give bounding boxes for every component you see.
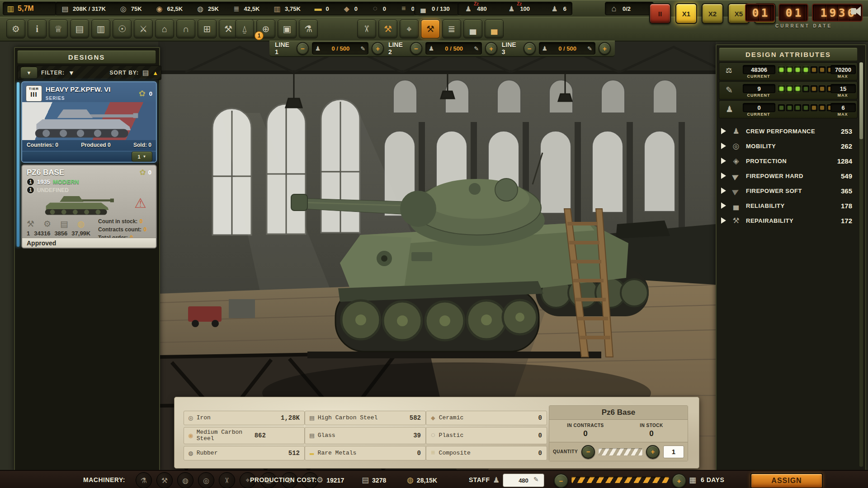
quantity-decrease-button[interactable]: − — [581, 445, 595, 459]
assign-button[interactable]: ASSIGN — [750, 473, 823, 488]
variant-parts-icon — [43, 219, 51, 229]
engine-design-button[interactable] — [442, 19, 461, 38]
pause-button[interactable]: II — [649, 3, 671, 24]
machine-welder-icon[interactable] — [136, 472, 152, 488]
expand-arrow-icon[interactable] — [721, 158, 726, 164]
contracts-button[interactable] — [278, 19, 297, 38]
composite-material-icon — [431, 449, 435, 457]
idle-workers-value: 480 — [477, 5, 487, 12]
line-2-increase-button[interactable]: + — [485, 42, 497, 55]
led-indicator — [811, 104, 817, 111]
settings-button[interactable] — [6, 19, 25, 38]
attributes-scrollbar[interactable] — [859, 62, 863, 467]
line-1-increase-button[interactable]: + — [372, 42, 384, 55]
production-button[interactable] — [421, 19, 440, 38]
series-tag: SERIES — [46, 96, 65, 101]
line-3-edit-icon[interactable] — [587, 45, 592, 52]
crew-current-label: CURRENT — [743, 112, 774, 117]
tank-icon — [418, 5, 428, 13]
firepower-soft-icon — [730, 186, 742, 196]
weight-current-value: 48306 — [743, 65, 775, 74]
factory-button[interactable] — [235, 19, 254, 38]
sort-list-icon[interactable] — [142, 69, 149, 77]
expand-arrow-icon[interactable] — [721, 202, 726, 209]
notifications-speaker-icon[interactable] — [851, 6, 861, 16]
money-cost-value: 28,15K — [417, 477, 437, 484]
tank-designer-button[interactable] — [463, 19, 482, 38]
series-variant-dropdown[interactable]: 1▼ — [132, 151, 152, 162]
led-indicator — [778, 85, 785, 92]
line-3-increase-button[interactable]: + — [599, 42, 611, 55]
design-warning-icon[interactable] — [134, 195, 146, 211]
battles-button[interactable] — [134, 19, 153, 38]
led-indicator — [794, 66, 801, 73]
variant-tank-thumbnail — [40, 192, 122, 220]
ceramic-icon — [431, 413, 435, 422]
attribute-row-protection[interactable]: PROTECTION 1284 — [721, 154, 852, 168]
steel-ingots-icon — [60, 5, 70, 13]
intelligence-button[interactable] — [113, 19, 132, 38]
repairability-icon — [730, 216, 742, 225]
staff-edit-icon[interactable] — [533, 476, 539, 483]
expand-arrow-icon[interactable] — [721, 173, 726, 179]
attributes-scrollbar-thumb[interactable] — [859, 62, 863, 139]
speed-x2-button[interactable]: X2 — [702, 3, 723, 24]
rare-metals-value: 0 — [417, 450, 421, 457]
staff-summary: 480 100 6 — [458, 2, 572, 15]
design-series-card[interactable]: TIER III HEAVY PZ.KPFW. VI SERIES 0 — [21, 81, 157, 163]
firepower-soft-value: 365 — [841, 187, 852, 195]
staff-decrease-button[interactable]: − — [554, 474, 568, 488]
machine-cutter-icon[interactable] — [219, 472, 235, 488]
glass-value: 39 — [413, 432, 421, 439]
vault-button[interactable] — [198, 19, 217, 38]
world-map-button[interactable]: 1 — [256, 19, 275, 38]
machine-grinder-icon[interactable] — [177, 472, 193, 488]
tank-upgrade-button[interactable] — [485, 19, 504, 38]
achievements-button[interactable] — [49, 19, 68, 38]
design-variant-card[interactable]: PZ6 BASE 0 1 1935 MODERN 1 UNDEFINED — [21, 164, 157, 249]
line-1-decrease-button[interactable]: − — [297, 42, 309, 55]
quantity-increase-button[interactable]: + — [646, 445, 660, 459]
news-button[interactable] — [70, 19, 89, 38]
speed-x1-button[interactable]: X1 — [675, 3, 697, 24]
line-2-edit-icon[interactable] — [474, 45, 479, 52]
date-display: 01 01 1936 CURRENT DATE — [745, 4, 863, 28]
line-2-decrease-button[interactable]: − — [410, 42, 422, 55]
designs-collapse-button[interactable]: ▼ — [20, 67, 38, 79]
attribute-row-repairability[interactable]: REPAIRABILITY 172 — [721, 214, 852, 227]
city-button[interactable] — [155, 19, 174, 38]
line-3-staff-value: 0 / 500 — [550, 45, 585, 52]
drafting-button[interactable] — [400, 19, 419, 38]
warehouse-button[interactable] — [176, 19, 195, 38]
quantity-value[interactable]: 1 — [663, 446, 684, 458]
staff-slider[interactable] — [571, 477, 669, 483]
machine-fuel-pump-icon[interactable] — [198, 472, 214, 488]
sort-direction-icon[interactable]: ▲ — [152, 70, 158, 76]
line-1-edit-icon[interactable] — [360, 45, 365, 52]
info-button[interactable] — [28, 19, 47, 38]
line-3-decrease-button[interactable]: − — [524, 42, 536, 55]
composite-icon — [399, 5, 409, 13]
repair-button[interactable] — [378, 19, 397, 38]
research-button[interactable] — [299, 19, 318, 38]
reports-button[interactable] — [91, 19, 110, 38]
expand-arrow-icon[interactable] — [721, 188, 726, 194]
filter-funnel-icon[interactable] — [68, 69, 75, 76]
filter-label: FILTER: — [41, 70, 65, 76]
tools-button[interactable] — [357, 19, 376, 38]
attribute-row-mobility[interactable]: MOBILITY 262 — [721, 139, 852, 153]
machine-bender-icon[interactable] — [156, 472, 173, 488]
led-indicator — [794, 85, 801, 92]
date-day: 01 — [745, 4, 775, 22]
designs-filter-row: ▼ FILTER: SORT BY: ▲ — [17, 66, 161, 80]
expand-arrow-icon[interactable] — [721, 143, 726, 149]
expand-arrow-icon[interactable] — [721, 128, 726, 134]
staff-increase-button[interactable]: + — [672, 474, 686, 488]
quantity-slider[interactable] — [599, 448, 642, 455]
led-indicator — [794, 104, 801, 111]
attribute-row-firepower-soft[interactable]: FIREPOWER SOFT 365 — [721, 184, 852, 197]
attribute-row-crew-performance[interactable]: CREW PERFORMANCE 253 — [721, 124, 852, 138]
attribute-row-reliability[interactable]: RELIABILITY 178 — [721, 199, 852, 212]
attribute-row-firepower-hard[interactable]: FIREPOWER HARD 549 — [721, 169, 852, 183]
expand-arrow-icon[interactable] — [721, 217, 726, 224]
